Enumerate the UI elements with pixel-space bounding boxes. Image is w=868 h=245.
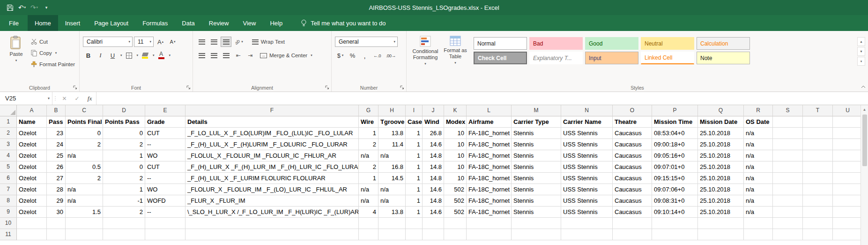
tell-me-box[interactable]: Tell me what you want to do <box>301 15 386 31</box>
cell-E5[interactable]: CUT <box>145 161 185 173</box>
cell-E3[interactable]: -- <box>145 139 185 150</box>
accounting-format-button[interactable]: $ ▾ <box>335 50 346 61</box>
cell-G1[interactable]: Wire <box>359 116 378 128</box>
cell-O1[interactable]: Theatre <box>613 116 652 128</box>
number-dialog-launcher[interactable] <box>399 84 405 90</box>
cell-T6[interactable] <box>803 173 833 184</box>
cell-A2[interactable]: Ozelot <box>17 128 47 139</box>
cell-G7[interactable]: n/a <box>359 184 378 195</box>
cell-D5[interactable]: 0 <box>103 161 145 173</box>
insert-function-button[interactable]: fx <box>83 92 96 105</box>
cell-K10[interactable] <box>444 218 467 229</box>
cell-O10[interactable] <box>613 218 652 229</box>
cell-G9[interactable]: 4 <box>359 207 378 218</box>
cell-R10[interactable] <box>744 218 773 229</box>
cell-M2[interactable]: Stennis <box>512 128 561 139</box>
merge-center-dropdown-icon[interactable]: ▾ <box>311 54 312 57</box>
conditional-formatting-button[interactable]: Conditional Formatting ▾ <box>410 33 441 65</box>
customize-qat-button[interactable]: ▾ <box>41 2 52 13</box>
cell-U9[interactable] <box>833 207 863 218</box>
tab-view[interactable]: View <box>236 15 263 31</box>
cell-R9[interactable]: n/a <box>744 207 773 218</box>
cell-C10[interactable] <box>66 218 103 229</box>
cell-I11[interactable] <box>406 229 423 240</box>
cell-E1[interactable]: Grade <box>145 116 185 128</box>
font-size-select[interactable]: 11 ▾ <box>134 37 154 47</box>
cell-B9[interactable]: 30 <box>47 207 66 218</box>
cell-D11[interactable] <box>103 229 145 240</box>
cell-O11[interactable] <box>613 229 652 240</box>
cell-R3[interactable]: n/a <box>744 139 773 150</box>
cell-L4[interactable]: FA-18C_hornet <box>467 150 512 161</box>
cell-L8[interactable]: FA-18C_hornet <box>467 195 512 207</box>
cell-K8[interactable]: 502 <box>444 195 467 207</box>
cell-J7[interactable]: 14.6 <box>423 184 444 195</box>
cell-M1[interactable]: Carrier Type <box>512 116 561 128</box>
column-header-G[interactable]: G <box>359 105 378 116</box>
name-box[interactable]: V25 ▾ <box>0 92 52 105</box>
cell-U4[interactable] <box>833 150 863 161</box>
cell-T5[interactable] <box>803 161 833 173</box>
cell-J1[interactable]: Wind <box>423 116 444 128</box>
tab-formulas[interactable]: Formulas <box>135 15 175 31</box>
cell-Q4[interactable]: 25.10.2018 <box>698 150 744 161</box>
decrease-decimal-button[interactable]: .00→ <box>384 50 398 61</box>
save-button[interactable] <box>5 2 15 13</box>
cell-M7[interactable]: Stennis <box>512 184 561 195</box>
cell-Q11[interactable] <box>698 229 744 240</box>
cell-N9[interactable]: USS Stennis <box>561 207 613 218</box>
column-header-A[interactable]: A <box>17 105 47 116</box>
column-header-H[interactable]: H <box>378 105 406 116</box>
cell-D7[interactable]: 1 <box>103 184 145 195</box>
cell-U5[interactable] <box>833 161 863 173</box>
row-header-6[interactable]: 6 <box>0 173 17 184</box>
number-format-dropdown-icon[interactable]: ▾ <box>393 40 395 44</box>
cell-B7[interactable]: 28 <box>47 184 66 195</box>
cell-U7[interactable] <box>833 184 863 195</box>
cell-M5[interactable]: Stennis <box>512 161 561 173</box>
gallery-scroll-down-button[interactable]: ▼ <box>857 47 865 56</box>
cell-C7[interactable]: n/a <box>66 184 103 195</box>
cell-S4[interactable] <box>773 150 803 161</box>
cell-E9[interactable]: -- <box>145 207 185 218</box>
cell-S6[interactable] <box>773 173 803 184</box>
cell-M3[interactable]: Stennis <box>512 139 561 150</box>
style-normal[interactable]: Normal <box>474 37 527 50</box>
cell-R1[interactable]: OS Date <box>744 116 773 128</box>
row-header-7[interactable]: 7 <box>0 184 17 195</box>
borders-button[interactable] <box>124 50 134 61</box>
style-neutral[interactable]: Neutral <box>641 37 694 50</box>
cell-O2[interactable]: Caucasus <box>613 128 652 139</box>
cell-N8[interactable]: USS Stennis <box>561 195 613 207</box>
cell-H5[interactable]: 16.8 <box>378 161 406 173</box>
cell-T3[interactable] <box>803 139 833 150</box>
font-dialog-launcher[interactable] <box>185 84 191 90</box>
enter-button[interactable]: ✓ <box>71 92 83 105</box>
column-header-E[interactable]: E <box>145 105 185 116</box>
cell-D6[interactable]: 2 <box>103 173 145 184</box>
cell-U8[interactable] <box>833 195 863 207</box>
cell-K9[interactable]: 502 <box>444 207 467 218</box>
cell-N10[interactable] <box>561 218 613 229</box>
cell-B3[interactable]: 24 <box>47 139 66 150</box>
row-header-5[interactable]: 5 <box>0 161 17 173</box>
cell-J5[interactable]: 14.8 <box>423 161 444 173</box>
cell-H11[interactable] <box>378 229 406 240</box>
cell-H3[interactable]: 11.4 <box>378 139 406 150</box>
cell-P11[interactable] <box>652 229 698 240</box>
cell-P4[interactable]: 09:05:16+0 <box>652 150 698 161</box>
cell-E8[interactable]: WOFD <box>145 195 185 207</box>
cut-button[interactable]: Cut <box>29 37 77 46</box>
style-calculation[interactable]: Calculation <box>697 37 750 50</box>
cell-C2[interactable]: 0 <box>66 128 103 139</box>
cell-A9[interactable]: Ozelot <box>17 207 47 218</box>
cell-F4[interactable]: _FLOLUL_X _FLOLUR_IM _FLOLUR_IC _FHLUR_A… <box>185 150 359 161</box>
cell-I2[interactable]: 1 <box>406 128 423 139</box>
row-header-1[interactable]: 1 <box>0 116 17 128</box>
row-header-3[interactable]: 3 <box>0 139 17 150</box>
format-as-table-button[interactable]: Format as Table ▾ <box>441 33 470 64</box>
font-name-dropdown-icon[interactable]: ▾ <box>128 40 130 44</box>
cell-C8[interactable]: n/a <box>66 195 103 207</box>
italic-button[interactable]: I <box>95 50 106 61</box>
cell-G8[interactable]: n/a <box>359 195 378 207</box>
